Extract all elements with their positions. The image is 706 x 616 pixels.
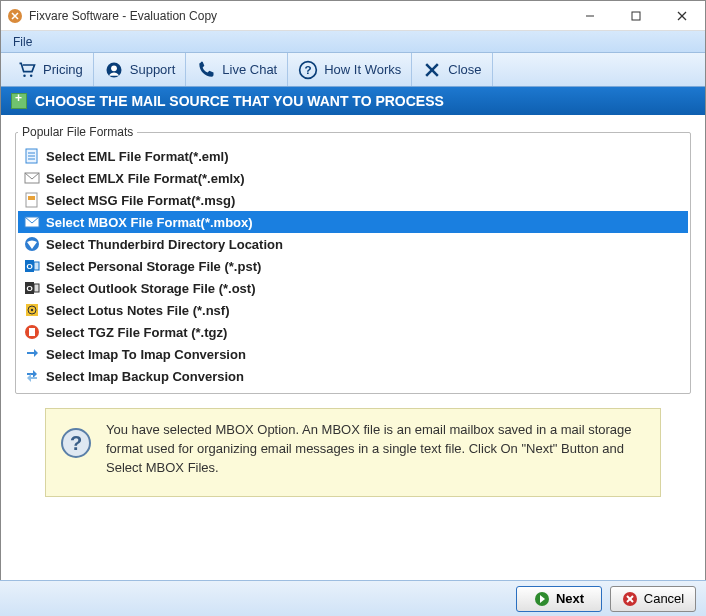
format-item-eml[interactable]: Select EML File Format(*.eml) — [18, 145, 688, 167]
svg-point-5 — [23, 74, 26, 77]
maximize-button[interactable] — [613, 1, 659, 31]
file-formats-group: Popular File Formats Select EML File For… — [15, 125, 691, 394]
close-window-button[interactable] — [659, 1, 705, 31]
format-label: Select Imap Backup Conversion — [46, 369, 244, 384]
format-label: Select Lotus Notes File (*.nsf) — [46, 303, 229, 318]
info-panel: ? You have selected MBOX Option. An MBOX… — [45, 408, 661, 497]
phone-icon — [196, 60, 216, 80]
pricing-label: Pricing — [43, 62, 83, 77]
svg-text:O: O — [26, 284, 32, 293]
minimize-button[interactable] — [567, 1, 613, 31]
close-label: Close — [448, 62, 481, 77]
format-item-imap-to-imap[interactable]: Select Imap To Imap Conversion — [18, 343, 688, 365]
cart-icon — [17, 60, 37, 80]
svg-text:O: O — [26, 262, 32, 271]
thunderbird-icon — [24, 236, 40, 252]
headset-icon — [104, 60, 124, 80]
next-arrow-icon — [534, 591, 550, 607]
app-icon — [7, 8, 23, 24]
livechat-button[interactable]: Live Chat — [186, 53, 288, 86]
cancel-button[interactable]: Cancel — [610, 586, 696, 612]
menu-file[interactable]: File — [5, 33, 40, 51]
format-label: Select Imap To Imap Conversion — [46, 347, 246, 362]
svg-rect-2 — [632, 12, 640, 20]
format-item-msg[interactable]: Select MSG File Format(*.msg) — [18, 189, 688, 211]
close-icon — [422, 60, 442, 80]
livechat-label: Live Chat — [222, 62, 277, 77]
howitworks-label: How It Works — [324, 62, 401, 77]
svg-point-30 — [31, 309, 33, 311]
format-label: Select MBOX File Format(*.mbox) — [46, 215, 253, 230]
format-label: Select MSG File Format(*.msg) — [46, 193, 235, 208]
format-label: Select TGZ File Format (*.tgz) — [46, 325, 227, 340]
svg-rect-32 — [29, 328, 35, 336]
eml-file-icon — [24, 148, 40, 164]
lotus-notes-icon — [24, 302, 40, 318]
format-item-ost[interactable]: O Select Outlook Storage File (*.ost) — [18, 277, 688, 299]
format-label: Select EMLX File Format(*.emlx) — [46, 171, 245, 186]
envelope-icon — [24, 170, 40, 186]
format-item-imap-backup[interactable]: Select Imap Backup Conversion — [18, 365, 688, 387]
svg-point-6 — [30, 74, 33, 77]
cancel-x-icon — [622, 591, 638, 607]
content-area: Popular File Formats Select EML File For… — [1, 115, 705, 513]
svg-text:?: ? — [70, 432, 82, 454]
format-item-tgz[interactable]: Select TGZ File Format (*.tgz) — [18, 321, 688, 343]
menubar: File — [1, 31, 705, 53]
format-label: Select Personal Storage File (*.pst) — [46, 259, 261, 274]
svg-text:?: ? — [305, 63, 312, 76]
format-label: Select Outlook Storage File (*.ost) — [46, 281, 255, 296]
svg-rect-24 — [34, 262, 39, 270]
question-icon: ? — [298, 60, 318, 80]
format-label: Select Thunderbird Directory Location — [46, 237, 283, 252]
section-heading-text: CHOOSE THE MAIL SOURCE THAT YOU WANT TO … — [35, 93, 444, 109]
svg-point-8 — [111, 65, 117, 71]
format-list: Select EML File Format(*.eml) Select EML… — [18, 145, 688, 387]
mbox-envelope-icon — [24, 214, 40, 230]
howitworks-button[interactable]: ? How It Works — [288, 53, 412, 86]
outlook-ost-icon: O — [24, 280, 40, 296]
titlebar: Fixvare Software - Evaluation Copy — [1, 1, 705, 31]
format-item-pst[interactable]: O Select Personal Storage File (*.pst) — [18, 255, 688, 277]
sync-arrows-icon — [24, 346, 40, 362]
section-header: CHOOSE THE MAIL SOURCE THAT YOU WANT TO … — [1, 87, 705, 115]
cancel-label: Cancel — [644, 591, 684, 606]
msg-file-icon — [24, 192, 40, 208]
svg-rect-19 — [28, 196, 35, 200]
backup-arrows-icon — [24, 368, 40, 384]
support-button[interactable]: Support — [94, 53, 187, 86]
outlook-pst-icon: O — [24, 258, 40, 274]
svg-rect-27 — [34, 284, 39, 292]
close-button[interactable]: Close — [412, 53, 492, 86]
footer: Next Cancel — [0, 580, 706, 616]
question-info-icon: ? — [60, 427, 92, 459]
next-label: Next — [556, 591, 584, 606]
formats-legend: Popular File Formats — [18, 125, 137, 139]
add-source-icon — [11, 93, 27, 109]
pricing-button[interactable]: Pricing — [7, 53, 94, 86]
format-item-emlx[interactable]: Select EMLX File Format(*.emlx) — [18, 167, 688, 189]
format-label: Select EML File Format(*.eml) — [46, 149, 229, 164]
format-item-nsf[interactable]: Select Lotus Notes File (*.nsf) — [18, 299, 688, 321]
format-item-mbox[interactable]: Select MBOX File Format(*.mbox) — [18, 211, 688, 233]
toolbar: Pricing Support Live Chat ? How It Works… — [1, 53, 705, 87]
support-label: Support — [130, 62, 176, 77]
window-title: Fixvare Software - Evaluation Copy — [29, 9, 567, 23]
next-button[interactable]: Next — [516, 586, 602, 612]
archive-icon — [24, 324, 40, 340]
format-item-thunderbird[interactable]: Select Thunderbird Directory Location — [18, 233, 688, 255]
info-text: You have selected MBOX Option. An MBOX f… — [106, 421, 646, 478]
